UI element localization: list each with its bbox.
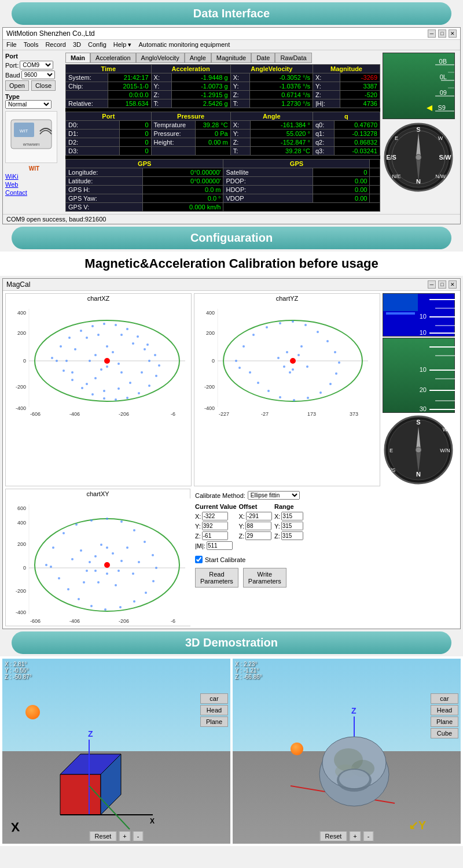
menu-auto-monitor[interactable]: Automatic monitoring equipment — [138, 41, 230, 49]
svg-point-183 — [133, 529, 135, 531]
svg-text:S: S — [416, 126, 420, 133]
svg-text:400: 400 — [17, 520, 26, 526]
tab-acceleration[interactable]: Acceleration — [90, 53, 136, 63]
svg-point-82 — [117, 363, 120, 365]
hdop-label: HDOP: — [223, 186, 313, 194]
svg-point-83 — [100, 368, 102, 371]
panel2-reset-btn[interactable]: Reset — [320, 831, 347, 841]
svg-point-107 — [292, 320, 294, 323]
tab-anglevelocity[interactable]: AngloVelocity — [136, 53, 185, 63]
panel2-head-btn[interactable]: Head — [431, 705, 458, 715]
chart-xz-title: chartXZ — [6, 294, 191, 303]
y-offset-input[interactable] — [245, 522, 271, 530]
magcal-minimize[interactable]: ─ — [428, 280, 436, 289]
panel1-minus-btn[interactable]: - — [133, 831, 144, 841]
x-range-label: X: — [274, 513, 280, 520]
tab-angle[interactable]: Angle — [185, 53, 211, 63]
svg-point-195 — [58, 577, 60, 579]
magcal-maximize[interactable]: □ — [438, 280, 446, 289]
angle-x-value: -161.384 ° — [251, 121, 313, 130]
right-panel: 0B 0L 09 S9 — [383, 53, 458, 212]
svg-point-161 — [416, 447, 421, 453]
panel2-z: Z : -66.86° — [235, 674, 262, 680]
web-link[interactable]: Web — [5, 181, 63, 188]
open-button[interactable]: Open — [5, 80, 29, 91]
svg-point-45 — [80, 330, 82, 332]
data-interface-header: Data Interface — [12, 2, 451, 25]
magnitude-header: Magnitude — [313, 65, 380, 73]
svg-point-116 — [307, 397, 309, 399]
vdop-label: VDOP — [223, 194, 313, 203]
helmet-svg: Z — [279, 705, 406, 821]
pdop-value: 0.00 — [313, 177, 370, 186]
svg-point-61 — [81, 387, 83, 389]
panel1-plus-btn[interactable]: + — [119, 831, 130, 841]
panel2-cube-btn[interactable]: Cube — [431, 728, 458, 738]
panel1-reset-btn[interactable]: Reset — [90, 831, 117, 841]
type-select[interactable]: Normal — [5, 100, 52, 109]
tab-date[interactable]: Date — [251, 53, 275, 63]
tab-main[interactable]: Main — [65, 53, 90, 63]
close-button[interactable]: ✕ — [449, 29, 457, 38]
svg-point-111 — [334, 351, 336, 353]
svg-text:0L: 0L — [440, 73, 447, 80]
menu-config[interactable]: Config — [88, 41, 106, 49]
svg-point-117 — [293, 399, 295, 401]
svg-point-193 — [78, 598, 80, 600]
panel1-y: Y : -0.55° — [5, 667, 32, 674]
x-current-input[interactable] — [202, 512, 228, 520]
tab-rawdata[interactable]: RawData — [275, 53, 311, 63]
y-range-row: Y: — [274, 522, 303, 530]
method-select[interactable]: Ellipse fittin — [248, 491, 300, 500]
svg-point-200 — [94, 570, 97, 572]
configuration-header: Configuaration — [12, 227, 451, 249]
x-offset-input[interactable] — [246, 512, 272, 520]
write-params-button[interactable]: WriteParameters — [243, 568, 286, 588]
temp-label: Temprature — [151, 121, 195, 130]
read-params-button[interactable]: ReadParameters — [195, 568, 238, 588]
svg-point-72 — [86, 383, 88, 385]
start-calibrate-row: Start Calibrate — [195, 556, 306, 563]
magcal-close[interactable]: ✕ — [449, 280, 457, 289]
three-d-panel-2: X : 2.23° Y : -1.21° Z : -66.86° Z ↙Y — [233, 659, 461, 844]
menu-help[interactable]: Help ▾ — [113, 41, 132, 49]
panel1-car-btn[interactable]: car — [200, 693, 228, 704]
h-current-input[interactable] — [207, 541, 233, 550]
start-calibrate-checkbox[interactable] — [195, 556, 203, 563]
panel2-car-btn[interactable]: car — [431, 693, 458, 704]
panel1-head-btn[interactable]: Head — [200, 705, 228, 715]
port-select[interactable]: COM9 — [20, 61, 53, 69]
d3-label: D3: — [66, 147, 120, 156]
green-ruler-magcal: 10 20 30 — [383, 338, 455, 413]
y-range-label: Y: — [274, 523, 280, 530]
menu-tools[interactable]: Tools — [24, 41, 39, 49]
x-range-input[interactable] — [281, 512, 303, 520]
wiki-link[interactable]: WiKi — [5, 173, 63, 180]
contact-link[interactable]: Contact — [5, 189, 63, 196]
close-button[interactable]: Close — [31, 80, 56, 91]
z-offset-input[interactable] — [245, 531, 271, 540]
panel2-plane-btn[interactable]: Plane — [431, 716, 458, 727]
menu-3d[interactable]: 3D — [73, 41, 81, 49]
panel1-plane-btn[interactable]: Plane — [200, 716, 228, 727]
svg-point-191 — [104, 608, 106, 611]
y-range-input[interactable] — [281, 522, 303, 530]
magcal-title: MagCal — [6, 280, 30, 289]
panel2-minus-btn[interactable]: - — [363, 831, 374, 841]
device-svg: WIT WTM/WIFI — [8, 114, 54, 160]
svg-text:173: 173 — [307, 411, 316, 417]
accel-header: Acceleration — [151, 65, 230, 73]
panel1-buttons: car Head Plane — [200, 693, 228, 727]
tab-magnitude[interactable]: Magnitude — [211, 53, 251, 63]
y-current-input[interactable] — [202, 522, 228, 530]
baud-select[interactable]: 9600 — [21, 71, 55, 79]
minimize-button[interactable]: ─ — [428, 29, 436, 38]
menu-file[interactable]: File — [6, 41, 17, 49]
z-current-input[interactable] — [202, 531, 228, 540]
panel2-plus-btn[interactable]: + — [349, 831, 361, 841]
menu-record[interactable]: Record — [45, 41, 65, 49]
z-range-input[interactable] — [281, 531, 303, 540]
svg-point-198 — [112, 552, 114, 555]
maximize-button[interactable]: □ — [438, 29, 446, 38]
svg-point-112 — [338, 361, 340, 364]
